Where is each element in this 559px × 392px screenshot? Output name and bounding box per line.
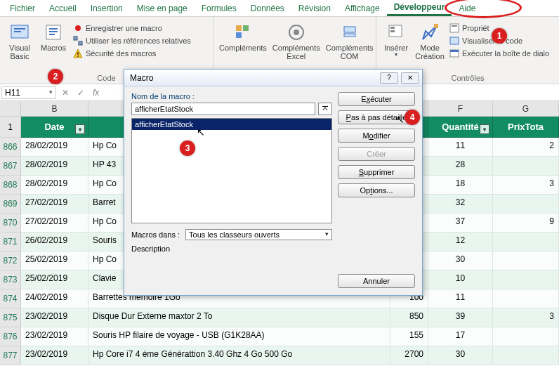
select-all-corner[interactable] bbox=[0, 101, 21, 117]
macros-in-select[interactable]: Tous les classeurs ouverts bbox=[185, 229, 332, 240]
cell-date[interactable]: 25/02/2019 bbox=[21, 251, 88, 270]
row-header[interactable]: 871 bbox=[0, 233, 21, 251]
cell-prix[interactable] bbox=[493, 251, 559, 270]
row-header[interactable]: 876 bbox=[0, 327, 21, 346]
cell-date[interactable]: 26/02/2019 bbox=[21, 233, 88, 251]
tab-file[interactable]: Fichier bbox=[3, 1, 42, 15]
row-header[interactable]: 868 bbox=[0, 176, 21, 195]
step-into-button[interactable]: Pas à pas détaillé bbox=[338, 110, 415, 124]
dialog-titlebar[interactable]: Macro ? ✕ bbox=[124, 70, 422, 86]
cell-prix[interactable] bbox=[493, 327, 559, 346]
macro-list-item[interactable]: afficherEtatStock bbox=[132, 119, 331, 130]
cell-qty[interactable]: 18 bbox=[428, 176, 493, 195]
row-header[interactable]: 870 bbox=[0, 214, 21, 233]
relative-refs-button[interactable]: Utiliser les références relatives bbox=[72, 35, 192, 46]
cell-prix[interactable] bbox=[493, 195, 559, 214]
complements-excel-button[interactable]: Compléments Excel bbox=[271, 20, 322, 62]
cell-date[interactable]: 23/02/2019 bbox=[21, 308, 88, 327]
tab-insert[interactable]: Insertion bbox=[84, 1, 130, 15]
cell-prix[interactable] bbox=[493, 157, 559, 176]
col-header-B[interactable]: B bbox=[21, 101, 88, 117]
tab-help[interactable]: Aide bbox=[452, 1, 482, 15]
filter-dropdown-icon[interactable]: ▾ bbox=[480, 124, 489, 134]
execute-button[interactable]: Exécuter bbox=[338, 92, 415, 106]
cell-prix[interactable] bbox=[493, 346, 559, 365]
cell-qty[interactable]: 12 bbox=[428, 233, 493, 251]
cell-qty[interactable]: 28 bbox=[428, 157, 493, 176]
cell-date[interactable]: 23/02/2019 bbox=[21, 346, 88, 365]
row-header[interactable]: 875 bbox=[0, 308, 21, 327]
cell-date[interactable]: 28/02/2019 bbox=[21, 138, 88, 157]
cell-qty[interactable]: 39 bbox=[428, 308, 493, 327]
macros-button[interactable]: Macros bbox=[38, 20, 69, 62]
cell-date[interactable]: 28/02/2019 bbox=[21, 157, 88, 176]
tab-data[interactable]: Données bbox=[244, 1, 291, 15]
design-mode-button[interactable]: Mode Création bbox=[414, 20, 445, 62]
dialog-close-button[interactable]: ✕ bbox=[401, 72, 419, 84]
row-header[interactable]: 867 bbox=[0, 157, 21, 176]
row-header[interactable]: 872 bbox=[0, 251, 21, 270]
cell-prix[interactable] bbox=[493, 270, 559, 289]
cell-qty[interactable]: 10 bbox=[428, 270, 493, 289]
cell-desc[interactable]: Hp Core i7 4 éme Générattion 3.40 Ghz 4 … bbox=[88, 346, 390, 365]
run-dialog-button[interactable]: Exécuter la boîte de dialo bbox=[448, 48, 551, 59]
cell-d[interactable]: 2700 bbox=[390, 346, 428, 365]
cell-date[interactable]: 24/02/2019 bbox=[21, 289, 88, 308]
cell-d[interactable]: 850 bbox=[390, 308, 428, 327]
filter-dropdown-icon[interactable]: ▾ bbox=[75, 124, 85, 134]
tab-review[interactable]: Révision bbox=[291, 1, 338, 15]
row-header[interactable]: 1 bbox=[0, 117, 21, 138]
filter-header-prix[interactable]: PrixTota bbox=[493, 117, 559, 138]
fx-icon[interactable]: fx bbox=[88, 88, 103, 98]
row-header[interactable]: 873 bbox=[0, 270, 21, 289]
cell-prix[interactable]: 2 bbox=[493, 138, 559, 157]
cell-date[interactable]: 28/02/2019 bbox=[21, 176, 88, 195]
cell-desc[interactable]: Souris HP filaire de voyage - USB (G1K28… bbox=[88, 327, 390, 346]
insert-control-button[interactable]: Insérer ▾ bbox=[381, 20, 412, 62]
row-header[interactable]: 866 bbox=[0, 138, 21, 157]
complements-button[interactable]: Compléments bbox=[218, 20, 268, 62]
macro-security-button[interactable]: Sécurité des macros bbox=[72, 48, 192, 59]
tab-view[interactable]: Affichage bbox=[338, 1, 387, 15]
cell-qty[interactable]: 11 bbox=[428, 289, 493, 308]
row-header[interactable]: 869 bbox=[0, 195, 21, 214]
tab-developer[interactable]: Développeur bbox=[387, 0, 452, 16]
row-header[interactable]: 877 bbox=[0, 346, 21, 365]
modify-button[interactable]: Modifier bbox=[338, 129, 415, 143]
name-box[interactable]: H11 bbox=[1, 86, 56, 99]
cell-prix[interactable] bbox=[493, 289, 559, 308]
cell-qty[interactable]: 30 bbox=[428, 251, 493, 270]
cell-prix[interactable] bbox=[493, 233, 559, 251]
filter-header-qty[interactable]: Quantité▾ bbox=[428, 117, 493, 138]
cell-date[interactable]: 23/02/2019 bbox=[21, 327, 88, 346]
macro-name-input[interactable] bbox=[131, 103, 315, 115]
cell-qty[interactable]: 32 bbox=[428, 195, 493, 214]
cell-prix[interactable]: 3 bbox=[493, 308, 559, 327]
cancel-button[interactable]: Annuler bbox=[338, 274, 415, 288]
filter-header-date[interactable]: Date▾ bbox=[21, 117, 88, 138]
cancel-formula-icon[interactable]: ✕ bbox=[58, 88, 73, 98]
macro-listbox[interactable]: afficherEtatStock bbox=[131, 118, 332, 223]
cell-date[interactable]: 25/02/2019 bbox=[21, 270, 88, 289]
record-macro-button[interactable]: Enregistrer une macro bbox=[72, 22, 192, 34]
visual-basic-button[interactable]: Visual Basic bbox=[4, 20, 35, 62]
complements-com-button[interactable]: Compléments COM bbox=[324, 20, 375, 62]
tab-formulas[interactable]: Formules bbox=[195, 1, 244, 15]
tab-home[interactable]: Accueil bbox=[42, 1, 84, 15]
cell-desc[interactable]: Disque Dur Externe maxtor 2 To bbox=[88, 308, 390, 327]
cell-qty[interactable]: 11 bbox=[428, 138, 493, 157]
cell-d[interactable]: 155 bbox=[390, 327, 428, 346]
cell-qty[interactable]: 17 bbox=[428, 327, 493, 346]
cell-qty[interactable]: 30 bbox=[428, 346, 493, 365]
row-header[interactable]: 874 bbox=[0, 289, 21, 308]
accept-formula-icon[interactable]: ✓ bbox=[73, 88, 88, 98]
cell-qty[interactable]: 37 bbox=[428, 214, 493, 233]
cell-prix[interactable]: 9 bbox=[493, 214, 559, 233]
options-button[interactable]: Options... bbox=[338, 183, 415, 197]
tab-layout[interactable]: Mise en page bbox=[130, 1, 195, 15]
delete-button[interactable]: Supprimer bbox=[338, 165, 415, 179]
cell-date[interactable]: 27/02/2019 bbox=[21, 195, 88, 214]
col-header-G[interactable]: G bbox=[493, 101, 559, 117]
col-header-F[interactable]: F bbox=[428, 101, 493, 117]
cell-date[interactable]: 27/02/2019 bbox=[21, 214, 88, 233]
